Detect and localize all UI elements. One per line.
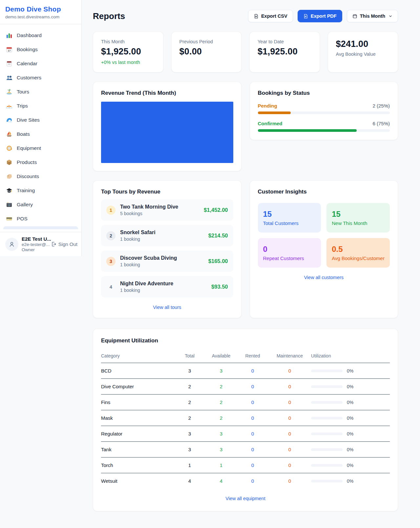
tile-value: 0.5: [332, 245, 385, 254]
utilization-cell: 0%: [311, 384, 390, 389]
export-csv-button[interactable]: Export CSV: [248, 10, 293, 22]
cell-category: Wetsuit: [101, 473, 174, 489]
cell-category: Mask: [101, 410, 174, 426]
cell-rented: 0: [237, 395, 268, 410]
status-row-confirmed: Confirmed 6 (75%): [258, 121, 390, 132]
view-all-tours-link[interactable]: View all tours: [101, 305, 233, 310]
tour-row[interactable]: 1 Two Tank Morning Dive 5 bookings $1,45…: [101, 199, 233, 221]
sidebar-item-label: Calendar: [17, 61, 37, 67]
export-pdf-button[interactable]: Export PDF: [298, 10, 342, 22]
sidebar-item-dive-sites[interactable]: Dive Sites: [3, 113, 79, 127]
sidebar-item-label: Gallery: [17, 202, 33, 208]
view-all-equipment-link[interactable]: View all equipment: [101, 496, 390, 501]
cell-maintenance: 0: [268, 395, 311, 410]
sidebar-item-calendar[interactable]: Calendar: [3, 57, 79, 70]
stat-value: $1,925.00: [101, 47, 155, 57]
tile-value: 0: [263, 245, 316, 254]
sidebar-item-boats[interactable]: Boats: [3, 128, 79, 141]
insights-row: Top Tours by Revenue 1 Two Tank Morning …: [93, 180, 398, 318]
stat-card-year-to-date: Year to Date $1,925.00: [249, 31, 320, 72]
view-all-customers-link[interactable]: View all customers: [258, 275, 390, 280]
sidebar-item-tours[interactable]: Tours: [3, 85, 79, 98]
tour-amount: $93.50: [211, 284, 228, 290]
col-available: Available: [205, 350, 237, 363]
user-meta: E2E Test U... e2e-tester@... Owner: [22, 236, 48, 252]
tour-amount: $1,452.00: [204, 207, 228, 213]
utilization-cell: 0%: [311, 431, 390, 437]
cell-maintenance: 0: [268, 473, 311, 489]
cell-total: 2: [174, 395, 205, 410]
user-panel: E2E Test U... e2e-tester@... Owner Sign …: [0, 232, 81, 256]
utilization-bar: [311, 433, 343, 435]
user-name: E2E Test U...: [22, 236, 48, 242]
cell-category: Tank: [101, 442, 174, 457]
sidebar-item-trips[interactable]: Trips: [3, 99, 79, 112]
sidebar-item-dashboard[interactable]: Dashboard: [3, 29, 79, 42]
calendar-icon: [352, 14, 357, 19]
sidebar-item-bookings[interactable]: 17 Bookings: [3, 43, 79, 56]
file-download-icon: [303, 14, 308, 19]
revenue-trend-chart: [101, 102, 233, 163]
cell-category: Dive Computer: [101, 379, 174, 395]
cell-category: BCD: [101, 363, 174, 379]
col-maintenance: Maintenance: [268, 350, 311, 363]
period-label: This Month: [360, 13, 385, 19]
top-tours-card: Top Tours by Revenue 1 Two Tank Morning …: [93, 180, 242, 318]
utilization-bar: [311, 480, 343, 482]
sidebar-item-equipment[interactable]: Equipment: [3, 142, 79, 155]
revenue-trend-title: Revenue Trend (This Month): [101, 90, 233, 96]
tour-name: Night Dive Adventure: [120, 281, 173, 287]
tour-name: Snorkel Safari: [120, 230, 156, 235]
stat-card-avg-booking-value: $241.00 Avg Booking Value: [328, 31, 398, 72]
period-dropdown[interactable]: This Month: [347, 10, 398, 22]
tour-row[interactable]: 3 Discover Scuba Diving 1 booking $165.0…: [101, 251, 233, 272]
status-count: 2 (25%): [372, 103, 390, 109]
tour-name: Discover Scuba Diving: [120, 255, 177, 261]
cell-maintenance: 0: [268, 457, 311, 473]
utilization-pct: 0%: [347, 416, 353, 421]
top-tours-title: Top Tours by Revenue: [101, 189, 233, 195]
tour-row[interactable]: 4 Night Dive Adventure 1 booking $93.50: [101, 276, 233, 297]
sidebar-item-training[interactable]: Training: [3, 184, 79, 197]
shop-name[interactable]: Demo Dive Shop: [5, 5, 76, 13]
camera-icon: [6, 201, 12, 208]
stat-label: Previous Period: [179, 39, 234, 44]
sidebar-item-gallery[interactable]: Gallery: [3, 198, 79, 211]
tile-new-this-month: 15 New This Month: [326, 203, 390, 233]
sidebar-item-label: Products: [17, 159, 37, 165]
calendar-pad-icon: [6, 60, 12, 67]
cell-maintenance: 0: [268, 410, 311, 426]
status-count: 6 (75%): [372, 121, 390, 126]
equipment-table: Category Total Available Rented Maintena…: [101, 350, 390, 489]
sign-out-button[interactable]: Sign Out: [51, 241, 77, 247]
tour-row[interactable]: 2 Snorkel Safari 1 booking $214.50: [101, 225, 233, 246]
cell-available: 2: [205, 379, 237, 395]
sidebar-item-label: Boats: [17, 131, 30, 137]
status-row-pending: Pending 2 (25%): [258, 103, 390, 114]
sidebar-item-products[interactable]: Products: [3, 156, 79, 169]
tour-bookings: 1 booking: [120, 262, 177, 267]
cell-available: 1: [205, 457, 237, 473]
sidebar-item-customers[interactable]: Customers: [3, 71, 79, 84]
customer-insights-title: Customer Insights: [258, 189, 390, 195]
utilization-pct: 0%: [347, 463, 353, 468]
sidebar-nav: Dashboard 17 Bookings Calendar Customers…: [0, 24, 81, 232]
cell-total: 3: [174, 363, 205, 379]
avatar: [5, 238, 18, 251]
table-row: Regulator 3 3 0 0 0%: [101, 426, 390, 442]
cell-category: Regulator: [101, 426, 174, 442]
sidebar-item-label: Training: [17, 188, 35, 193]
cell-available: 3: [205, 363, 237, 379]
wave-icon: [6, 117, 12, 123]
sidebar-item-pos[interactable]: POS: [3, 212, 79, 225]
bar-chart-icon: [6, 32, 12, 39]
sidebar-item-discounts[interactable]: Discounts: [3, 170, 79, 183]
progress-track: [258, 129, 390, 132]
graduation-cap-icon: [6, 187, 12, 194]
sidebar-item-reports-selected-peek[interactable]: [3, 226, 78, 229]
cell-rented: 0: [237, 426, 268, 442]
cell-rented: 0: [237, 473, 268, 489]
cell-total: 1: [174, 457, 205, 473]
sidebar-item-label: Equipment: [17, 145, 41, 151]
status-label: Confirmed: [258, 121, 283, 126]
